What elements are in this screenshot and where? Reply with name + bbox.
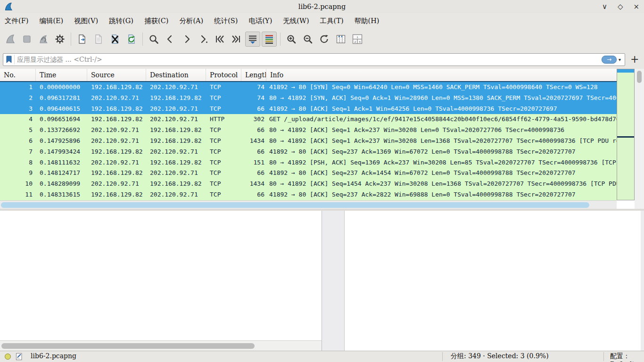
go-forward-icon — [181, 33, 192, 45]
colorize-button[interactable] — [262, 32, 277, 47]
packet-cell-destination: 202.120.92.71 — [146, 104, 206, 115]
packet-cell-info: 41892 → 80 [SYN] Seq=0 Win=64240 Len=0 M… — [266, 82, 617, 93]
go-to-packet-button[interactable] — [196, 32, 211, 47]
menu-statistics[interactable]: 统计(S) — [213, 16, 239, 26]
packet-cell-info: 80 → 41892 [ACK] Seq=1454 Ack=237 Win=30… — [266, 179, 617, 189]
packet-row[interactable]: 10.000000000192.168.129.82202.120.92.71T… — [0, 82, 617, 93]
filter-add-button[interactable]: + — [630, 55, 639, 64]
close-file-button[interactable] — [107, 32, 123, 47]
minimize-button[interactable]: ∨ — [602, 0, 607, 13]
column-header-length[interactable]: Length — [241, 69, 266, 81]
find-packet-button[interactable] — [146, 32, 161, 47]
go-first-button[interactable] — [212, 32, 227, 47]
zoom-reset-button[interactable] — [317, 32, 332, 47]
packet-cell-length: 74 — [241, 82, 266, 93]
go-last-button[interactable] — [229, 32, 244, 47]
menu-analyze[interactable]: 分析(A) — [178, 16, 204, 26]
find-packet-icon — [148, 33, 159, 45]
packet-details-pane[interactable] — [0, 211, 322, 351]
resize-columns-button[interactable] — [333, 32, 348, 47]
column-header-source[interactable]: Source — [87, 69, 146, 81]
restart-capture-button[interactable] — [36, 32, 51, 47]
packet-cell-time: 0.148111632 — [36, 157, 87, 168]
menu-file[interactable]: 文件(F) — [4, 16, 29, 26]
status-filename: lib6-2.pcapng — [31, 352, 76, 360]
details-hscrollbar[interactable] — [0, 340, 322, 351]
packet-row[interactable]: 50.133726692202.120.92.71192.168.129.82T… — [0, 125, 617, 136]
menu-edit[interactable]: 编辑(E) — [38, 16, 64, 26]
intelligent-scrollbar-minimap[interactable] — [617, 69, 635, 200]
packet-cell-length: 66 — [241, 147, 266, 157]
filter-apply-button[interactable]: → — [602, 56, 617, 64]
hscrollbar-thumb[interactable] — [1, 202, 589, 208]
layout-button[interactable]: 123 — [350, 32, 365, 47]
stop-capture-button[interactable] — [19, 32, 34, 47]
packet-row[interactable]: 110.148313615192.168.129.82202.120.92.71… — [0, 189, 617, 200]
auto-scroll-button[interactable] — [245, 32, 260, 47]
zoom-in-icon — [286, 33, 297, 45]
packet-row[interactable]: 30.096400615192.168.129.82202.120.92.71T… — [0, 104, 617, 115]
menu-wireless[interactable]: 无线(W) — [282, 16, 310, 26]
packet-row[interactable]: 80.148111632202.120.92.71192.168.129.82T… — [0, 157, 617, 168]
packet-cell-info: 41892 → 80 [ACK] Seq=237 Ack=2822 Win=69… — [266, 189, 617, 200]
capture-comment-icon[interactable] — [16, 353, 23, 361]
column-header-protocol[interactable]: Protocol — [206, 69, 241, 81]
column-header-destination[interactable]: Destination — [146, 69, 206, 81]
packet-cell-destination: 192.168.129.82 — [146, 125, 206, 136]
packet-cell-source: 192.168.129.82 — [87, 104, 146, 115]
menu-view[interactable]: 视图(V) — [73, 16, 99, 26]
packet-list-hscrollbar[interactable] — [0, 200, 617, 209]
menu-tools[interactable]: 工具(T) — [319, 16, 345, 26]
packet-cell-length: 66 — [241, 125, 266, 136]
close-button[interactable]: × — [633, 0, 639, 13]
details-hscrollbar-thumb[interactable] — [1, 343, 255, 349]
packet-row[interactable]: 40.096651694192.168.129.82202.120.92.71H… — [0, 114, 617, 125]
save-file-button[interactable] — [91, 32, 106, 47]
packet-row[interactable]: 100.148289099202.120.92.71192.168.129.82… — [0, 179, 617, 189]
packet-cell-destination: 202.120.92.71 — [146, 147, 206, 157]
go-back-button[interactable] — [163, 32, 178, 47]
packet-bytes-pane[interactable] — [344, 211, 641, 351]
packet-row[interactable]: 20.096317281202.120.92.71192.168.129.82T… — [0, 93, 617, 104]
zoom-in-button[interactable] — [284, 32, 299, 47]
maximize-button[interactable]: ◇ — [618, 0, 623, 13]
start-capture-button[interactable] — [3, 32, 18, 47]
filter-dropdown-icon[interactable]: ▾ — [619, 57, 621, 62]
restart-capture-icon — [38, 33, 49, 45]
display-filter-input[interactable] — [15, 54, 602, 65]
menu-telephony[interactable]: 电话(Y) — [248, 16, 273, 26]
go-to-packet-icon — [198, 33, 209, 45]
packet-cell-no: 11 — [0, 189, 36, 200]
packet-cell-length: 1434 — [241, 179, 266, 189]
packet-cell-time: 0.000000000 — [36, 82, 87, 93]
packet-cell-length: 74 — [241, 93, 266, 104]
menu-capture[interactable]: 捕获(C) — [143, 16, 169, 26]
menu-go[interactable]: 跳转(G) — [108, 16, 134, 26]
packet-cell-info: 41892 → 80 [ACK] Seq=237 Ack=1369 Win=67… — [266, 147, 617, 157]
vscrollbar-thumb[interactable] — [637, 71, 642, 83]
toolbar-separator — [280, 33, 281, 46]
open-file-button[interactable] — [74, 32, 90, 47]
packet-cell-length: 66 — [241, 104, 266, 115]
status-profile[interactable]: 配置：Default — [610, 352, 644, 362]
zoom-out-button[interactable] — [300, 32, 315, 47]
packet-cell-time: 0.096651694 — [36, 114, 87, 125]
expert-info-icon[interactable] — [5, 354, 11, 360]
lower-panes — [0, 211, 644, 351]
column-header-info[interactable]: Info — [266, 69, 617, 81]
toolbar-separator — [71, 33, 71, 46]
packet-row[interactable]: 70.147993424192.168.129.82202.120.92.71T… — [0, 147, 617, 157]
reload-file-button[interactable] — [124, 32, 139, 47]
column-header-no[interactable]: No. — [0, 69, 36, 81]
go-forward-button[interactable] — [179, 32, 194, 47]
packet-cell-source: 192.168.129.82 — [87, 147, 146, 157]
menu-help[interactable]: 帮助(H) — [354, 16, 380, 26]
column-header-time[interactable]: Time — [36, 69, 87, 81]
filter-bookmark-icon[interactable] — [3, 55, 15, 65]
status-separator — [442, 352, 443, 361]
capture-options-button[interactable] — [52, 32, 67, 47]
packet-row[interactable]: 90.148124717192.168.129.82202.120.92.71T… — [0, 168, 617, 179]
minimap-dark-marker — [617, 136, 634, 138]
packet-list-vscrollbar[interactable] — [635, 69, 644, 209]
packet-row[interactable]: 60.147925896202.120.92.71192.168.129.82T… — [0, 136, 617, 147]
